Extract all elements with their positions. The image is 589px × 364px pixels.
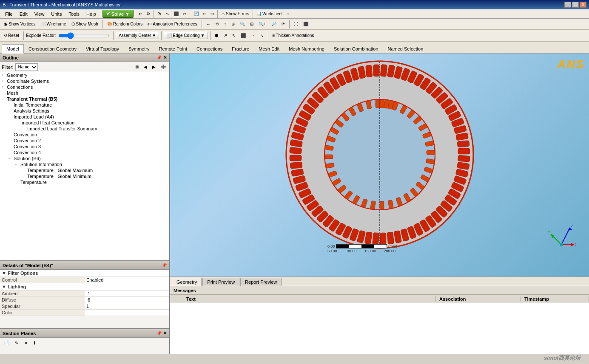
outline-pin[interactable]: 📌: [156, 55, 162, 60]
toolbar1-icon1[interactable]: ↩: [137, 10, 144, 17]
viewport-tab-print[interactable]: Print Preview: [202, 278, 239, 286]
random-colors-btn[interactable]: 🎨 Random Colors: [105, 20, 145, 28]
tab-mesh-numbering[interactable]: Mesh Numbering: [284, 44, 329, 53]
filter-btn3[interactable]: ▶: [151, 64, 157, 70]
tree-item[interactable]: Mesh: [0, 90, 169, 96]
toolbar1-icon3[interactable]: 🖱: [155, 10, 164, 17]
tree-item[interactable]: Initial Temperature: [0, 102, 169, 108]
section-add-btn[interactable]: 📄: [2, 339, 11, 347]
details-section-header[interactable]: ▼ Filter Options: [0, 270, 169, 277]
menu-view[interactable]: View: [31, 11, 48, 17]
tb2-icon1[interactable]: ↔: [204, 20, 213, 28]
outline-close[interactable]: ✕: [163, 55, 167, 60]
viewport-tab-geometry[interactable]: Geometry: [172, 278, 202, 286]
tree-area[interactable]: +Geometry+Coordinate Systems+Connections…: [0, 72, 169, 260]
menu-help[interactable]: Help: [83, 11, 100, 17]
viewport[interactable]: ANS: [170, 54, 589, 277]
tree-item[interactable]: -Imported Load (A4): [0, 114, 169, 120]
section-edit-btn[interactable]: ✎: [13, 339, 20, 347]
tb2-icon5[interactable]: 🔍: [238, 20, 247, 28]
section-pin[interactable]: 📌: [156, 331, 162, 336]
tab-symmetry[interactable]: Symmetry: [124, 44, 154, 53]
tb2-icon7[interactable]: 🔍+: [256, 20, 268, 28]
assembly-center-btn[interactable]: Assembly Center ▼: [116, 32, 159, 39]
tb3-icon5[interactable]: →: [249, 32, 257, 39]
tb2-icon6[interactable]: ⊞: [248, 20, 256, 28]
solve-dropdown[interactable]: ▼: [125, 11, 130, 17]
tree-item[interactable]: Convection: [0, 132, 169, 138]
menu-file[interactable]: File: [2, 11, 16, 17]
tree-item[interactable]: -Solution (B6): [0, 155, 169, 161]
toolbar1-icon7[interactable]: 🔄: [191, 10, 201, 17]
tree-item[interactable]: Temperature - Global Minimum: [0, 173, 169, 179]
tab-named-selection[interactable]: Named Selection: [383, 44, 428, 53]
tab-mesh-edit[interactable]: Mesh Edit: [254, 44, 284, 53]
section-info-btn[interactable]: ℹ: [31, 339, 37, 347]
tb3-icon3[interactable]: ↖: [230, 32, 238, 39]
tree-item[interactable]: -Imported Heat Generation: [0, 120, 169, 126]
section-close[interactable]: ✕: [163, 331, 167, 336]
tab-virtual-topology[interactable]: Virtual Topology: [81, 44, 124, 53]
show-errors-btn[interactable]: ⚠ Show Errors: [219, 10, 251, 17]
tb2-icon9[interactable]: ⟳: [279, 20, 287, 28]
tab-model[interactable]: Model: [2, 44, 24, 54]
edge-coloring-btn[interactable]: ⬜ Edge Coloring ▼: [164, 32, 208, 39]
tree-item[interactable]: Analysis Settings: [0, 108, 169, 114]
show-mesh-btn[interactable]: ⬡ Show Mesh: [69, 20, 100, 28]
tree-item[interactable]: Convection 2: [0, 138, 169, 144]
tb3-icon6[interactable]: ↘: [258, 32, 266, 39]
tb3-icon1[interactable]: ⬢: [213, 32, 221, 39]
toolbar1-icon2[interactable]: ⚙: [144, 10, 152, 17]
menu-tools[interactable]: Tools: [65, 11, 83, 17]
filter-btn2[interactable]: ◀: [142, 64, 149, 70]
explode-factor-slider[interactable]: [58, 32, 109, 39]
tree-item[interactable]: Convection 3: [0, 144, 169, 150]
tb2-icon4[interactable]: ⊕: [229, 20, 237, 28]
section-del-btn[interactable]: ✕: [22, 339, 30, 347]
details-section-header[interactable]: ▼ Lighting: [0, 283, 169, 291]
tree-item[interactable]: +Coordinate Systems: [0, 78, 169, 84]
tab-connections[interactable]: Connections: [192, 44, 227, 53]
toolbar1-icon6[interactable]: ✂: [181, 10, 188, 17]
toolbar1-icon4[interactable]: ↖: [164, 10, 171, 17]
tree-item[interactable]: Temperature - Global Maximum: [0, 167, 169, 173]
cursor-btn[interactable]: ↕: [285, 10, 291, 17]
thicken-annotations-btn[interactable]: ≡ Thicken Annotations: [270, 32, 316, 39]
show-vertices-btn[interactable]: ◉ Show Vertices: [2, 20, 37, 28]
viewport-tab-report[interactable]: Report Preview: [240, 278, 282, 286]
tree-item[interactable]: +Connections: [0, 84, 169, 90]
tab-fracture[interactable]: Fracture: [227, 44, 254, 53]
menu-edit[interactable]: Edit: [16, 11, 31, 17]
toolbar1-icon5[interactable]: ⬛: [171, 10, 181, 17]
tb2-icon8[interactable]: 🔎: [269, 20, 279, 28]
filter-btn4[interactable]: ➕: [159, 64, 168, 70]
tb3-icon2[interactable]: ↗: [222, 32, 229, 39]
annotation-prefs-btn[interactable]: 🏷 Annotation Preferences: [145, 20, 199, 28]
tb2-icon2[interactable]: ⟲: [213, 20, 221, 28]
tab-remote-point[interactable]: Remote Point: [154, 44, 192, 53]
maximize-button[interactable]: □: [572, 2, 579, 8]
tab-solution-combination[interactable]: Solution Combination: [329, 44, 383, 53]
toolbar1-icon8[interactable]: ↩: [201, 10, 208, 17]
tb2-icon11[interactable]: ⬛: [301, 20, 310, 28]
tree-item[interactable]: Temperature: [0, 179, 169, 185]
menu-units[interactable]: Units: [48, 11, 65, 17]
tb3-icon4[interactable]: ⬛: [239, 32, 248, 39]
worksheet-btn[interactable]: 📊 Worksheet: [254, 10, 285, 17]
solve-button[interactable]: ✔ Solve ▼: [102, 10, 134, 18]
filter-btn1[interactable]: ⊠: [134, 64, 140, 70]
toolbar1-icon9[interactable]: ↪: [208, 10, 216, 17]
filter-select[interactable]: Name: [15, 63, 38, 71]
tree-item[interactable]: Imported Load Transfer Summary: [0, 126, 169, 132]
tree-item[interactable]: -Transient Thermal (B5): [0, 96, 169, 102]
tb2-icon10[interactable]: ⛶: [292, 20, 300, 28]
wireframe-btn[interactable]: ⬜ Wireframe: [38, 20, 68, 28]
close-button[interactable]: ✕: [580, 2, 586, 8]
tree-item[interactable]: +Geometry: [0, 72, 169, 78]
tab-construction-geometry[interactable]: Construction Geometry: [24, 44, 81, 53]
reset-btn[interactable]: ↺ Reset: [2, 32, 21, 39]
details-pin[interactable]: 📌: [162, 263, 167, 268]
tree-item[interactable]: -Solution Information: [0, 161, 169, 167]
tree-item[interactable]: Convection 4: [0, 150, 169, 155]
tb2-icon3[interactable]: ↕: [222, 20, 228, 28]
